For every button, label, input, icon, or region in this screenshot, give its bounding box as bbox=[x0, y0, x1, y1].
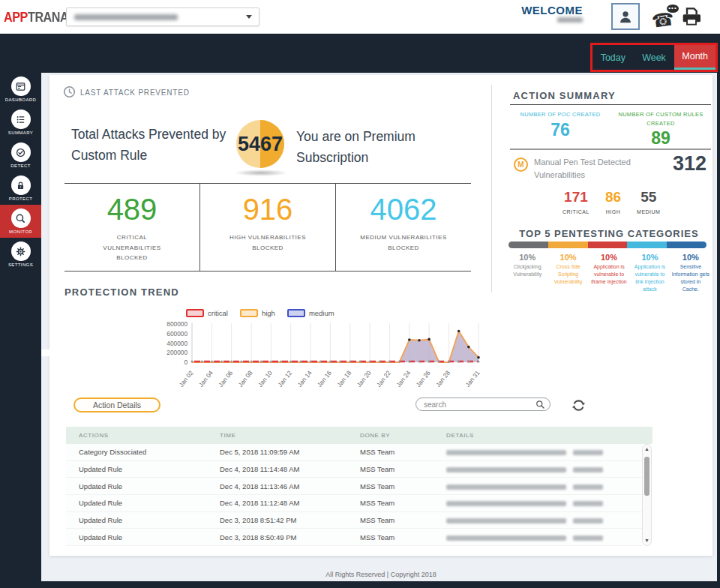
top5-bar-segment bbox=[588, 242, 628, 248]
domain-selector[interactable] bbox=[66, 8, 260, 26]
stat-card: 4062 MEDIUM VULNERABILITIES BLOCKED bbox=[336, 184, 471, 271]
legend-swatch bbox=[287, 309, 305, 317]
cell-details-redacted bbox=[435, 499, 642, 507]
top-bar: APPTRANA WELCOME ☎ ••• bbox=[0, 0, 720, 34]
column-details: DETAILS bbox=[435, 427, 652, 444]
sidebar-item-settings[interactable]: SETTINGS bbox=[0, 238, 41, 271]
cell-time: Dec 3, 2018 8:50:49 PM bbox=[210, 533, 351, 542]
stat-value: 489 bbox=[107, 193, 158, 226]
pentest-category: 10% Cross Site Scripting Vulnerability bbox=[549, 253, 586, 294]
svg-text:Jan 20: Jan 20 bbox=[355, 369, 372, 388]
tab-today[interactable]: Today bbox=[592, 45, 634, 70]
summary-cell-label: NUMBER OF POC CREATED bbox=[512, 110, 609, 119]
svg-text:Jan 10: Jan 10 bbox=[256, 369, 274, 388]
phone-support-button[interactable]: ☎ ••• bbox=[652, 4, 679, 31]
manual-pentest-label: Manual Pen Test Detected Vulnerabilities bbox=[534, 156, 648, 181]
svg-text:Jan 16: Jan 16 bbox=[316, 369, 333, 388]
search-input[interactable] bbox=[424, 399, 532, 410]
svg-text:Jan 24: Jan 24 bbox=[394, 369, 412, 388]
sidebar-item-protect[interactable]: PROTECT bbox=[0, 172, 41, 205]
sidebar-item-detect[interactable]: DETECT bbox=[0, 139, 41, 172]
period-tabs: Today Week Month bbox=[590, 43, 718, 72]
svg-text:200000: 200000 bbox=[166, 349, 188, 356]
search-icon[interactable] bbox=[536, 400, 545, 410]
sidebar-icon-circle bbox=[11, 76, 31, 96]
summary-cell-value: 89 bbox=[651, 128, 670, 148]
legend-item: critical bbox=[186, 309, 228, 317]
page-right-border bbox=[717, 34, 720, 582]
domain-value-redacted bbox=[74, 14, 178, 20]
collapsed-panel-notch bbox=[39, 350, 59, 356]
pentest-category: 10% Clickjacking Vulnerability bbox=[508, 253, 546, 294]
cell-action: Updated Rule bbox=[66, 516, 210, 524]
table-scrollbar[interactable]: ▲ ▼ bbox=[642, 444, 652, 546]
cell-time: Dec 4, 2018 11:12:48 AM bbox=[210, 499, 351, 507]
page-bottom-bar bbox=[0, 581, 720, 588]
sidebar-icon-circle bbox=[11, 110, 31, 129]
scroll-up-arrow[interactable]: ▲ bbox=[643, 446, 651, 452]
category-text: Application is vulnerable to link Inject… bbox=[631, 263, 668, 294]
severity-value: 55 bbox=[640, 189, 656, 206]
category-text: Sensitive Information gets stored in Cac… bbox=[672, 263, 710, 294]
donut-shadow bbox=[234, 170, 288, 176]
tab-week[interactable]: Week bbox=[634, 45, 675, 70]
sidebar-item-label: PROTECT bbox=[9, 196, 32, 201]
table-row: Updated Rule Dec 4, 2018 11:12:48 AM MSS… bbox=[66, 495, 642, 512]
sidebar-item-summary[interactable]: SUMMARY bbox=[0, 106, 41, 139]
scrollbar-thumb[interactable] bbox=[644, 457, 650, 496]
chat-bubble-icon: ••• bbox=[667, 4, 679, 13]
cell-time: Dec 5, 2018 11:09:59 AM bbox=[210, 448, 351, 456]
cell-done-by: MSS Team bbox=[351, 499, 435, 507]
sidebar-item-dashboard[interactable]: DASHBOARD bbox=[0, 73, 41, 106]
svg-text:Jan 28: Jan 28 bbox=[434, 369, 452, 388]
fax-button[interactable] bbox=[679, 4, 704, 28]
cell-action: Updated Rule bbox=[66, 482, 210, 490]
chevron-down-icon bbox=[246, 15, 252, 19]
cell-done-by: MSS Team bbox=[351, 482, 435, 490]
vulnerability-stats: 489 CRITICAL VULNERABILITIES BLOCKED 916… bbox=[64, 183, 471, 272]
severity-item: 55 MEDIUM bbox=[637, 189, 660, 214]
manual-pentest-icon: M bbox=[514, 158, 528, 172]
refresh-icon[interactable] bbox=[571, 398, 586, 413]
category-text: Clickjacking Vulnerability bbox=[508, 263, 546, 278]
sidebar-icon-circle bbox=[11, 142, 31, 162]
cell-done-by: MSS Team bbox=[351, 533, 435, 542]
last-attack-label: LAST ATTACK PREVENTED bbox=[80, 88, 190, 97]
subscription-label: You are on Premium Subscription bbox=[296, 126, 458, 168]
summary-cell-label: NUMBER OF CUSTOM RULES CREATED bbox=[612, 110, 710, 128]
pentest-category: 10% Application is vulnerable to iframe … bbox=[590, 253, 628, 294]
action-summary-title: ACTION SUMMARY bbox=[513, 90, 616, 101]
stat-value: 916 bbox=[243, 193, 293, 226]
top5-bar-segment bbox=[548, 242, 588, 248]
svg-text:Jan 26: Jan 26 bbox=[414, 369, 431, 388]
stat-card: 489 CRITICAL VULNERABILITIES BLOCKED bbox=[64, 184, 200, 271]
stat-label: CRITICAL VULNERABILITIES BLOCKED bbox=[87, 232, 177, 263]
cell-details-redacted bbox=[435, 533, 642, 542]
sidebar-item-label: SETTINGS bbox=[8, 262, 33, 267]
severity-item: 171 CRITICAL bbox=[562, 189, 590, 214]
category-percent: 10% bbox=[560, 253, 577, 262]
table-row: Category Dissociated Dec 5, 2018 11:09:5… bbox=[66, 444, 642, 461]
stat-label: MEDIUM VULNERABILITIES BLOCKED bbox=[358, 232, 448, 253]
tab-month[interactable]: Month bbox=[674, 45, 716, 70]
cell-time: Dec 4, 2018 11:14:48 AM bbox=[210, 465, 351, 473]
scroll-down-arrow[interactable]: ▼ bbox=[643, 538, 651, 544]
column-time: TIME bbox=[210, 427, 351, 444]
chart-legend: critical high medium bbox=[186, 309, 334, 317]
user-profile-button[interactable] bbox=[611, 3, 640, 30]
sidebar-item-monitor[interactable]: MONITOR bbox=[0, 205, 41, 238]
table-row: Updated Rule Dec 4, 2018 11:13:46 AM MSS… bbox=[66, 478, 642, 495]
action-details-button[interactable]: Action Details bbox=[74, 398, 160, 412]
category-percent: 10% bbox=[682, 253, 699, 262]
total-attacks-label: Total Attacks Prevented by Custom Rule bbox=[71, 124, 251, 166]
svg-text:400000: 400000 bbox=[166, 340, 188, 347]
legend-label: medium bbox=[309, 309, 334, 317]
total-attacks-value: 5467 bbox=[227, 133, 293, 156]
table-header: ACTIONS TIME DONE BY DETAILS bbox=[66, 427, 652, 444]
stat-label: HIGH VULNERABILITIES BLOCKED bbox=[223, 232, 313, 253]
category-text: Cross Site Scripting Vulnerability bbox=[549, 263, 586, 286]
sidebar-item-label: DETECT bbox=[10, 164, 30, 168]
stat-value: 4062 bbox=[370, 193, 437, 226]
table-row: Updated Rule Dec 4, 2018 11:14:48 AM MSS… bbox=[66, 461, 642, 478]
apptrana-dashboard: APPTRANA WELCOME ☎ ••• bbox=[0, 0, 720, 588]
